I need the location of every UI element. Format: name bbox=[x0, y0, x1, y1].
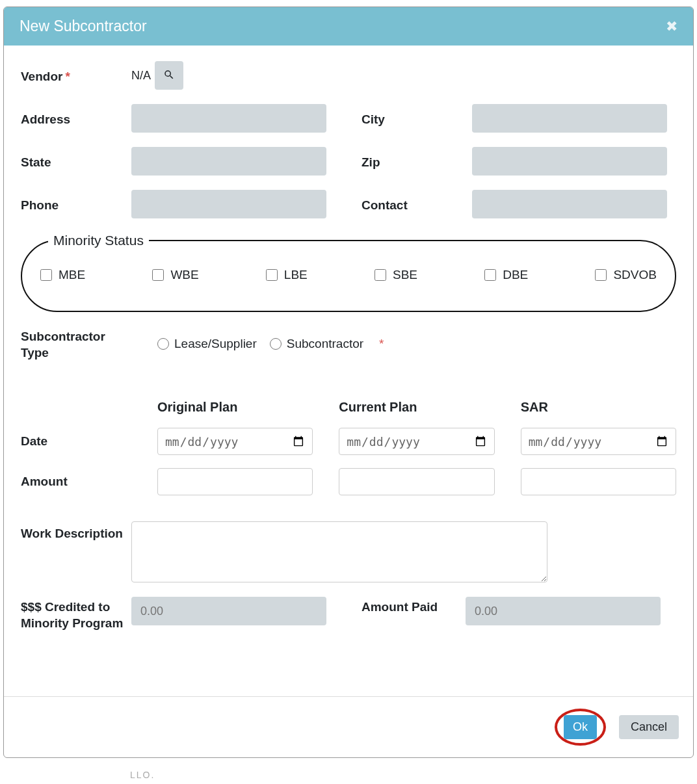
sdvob-checkbox-label[interactable]: SDVOB bbox=[595, 268, 657, 282]
ok-button-highlight: Ok bbox=[555, 709, 606, 746]
modal-body: Vendor* N/A Address City bbox=[4, 46, 693, 696]
vendor-label: Vendor* bbox=[21, 67, 131, 84]
address-input bbox=[131, 104, 326, 133]
modal-header: New Subcontractor ✖ bbox=[4, 7, 693, 46]
new-subcontractor-modal: New Subcontractor ✖ Vendor* N/A bbox=[3, 7, 694, 758]
cancel-button[interactable]: Cancel bbox=[619, 715, 679, 739]
amount-paid-input bbox=[466, 597, 661, 625]
plan-grid: Original Plan Current Plan SAR Date Amou… bbox=[21, 400, 676, 495]
close-icon[interactable]: ✖ bbox=[666, 18, 677, 35]
city-input bbox=[472, 104, 667, 133]
state-input bbox=[131, 147, 326, 176]
background-clip-text: LLO. bbox=[130, 770, 155, 780]
credited-minority-input bbox=[131, 597, 326, 625]
work-description-label: Work Description bbox=[21, 521, 131, 582]
required-marker: * bbox=[379, 337, 384, 351]
address-label: Address bbox=[21, 110, 131, 127]
amount-label: Amount bbox=[21, 468, 131, 495]
zip-label: Zip bbox=[362, 153, 472, 170]
sar-header: SAR bbox=[521, 400, 676, 415]
work-description-textarea[interactable] bbox=[131, 521, 547, 582]
sbe-checkbox-label[interactable]: SBE bbox=[375, 268, 417, 282]
sbe-checkbox[interactable] bbox=[375, 269, 386, 281]
lbe-checkbox[interactable] bbox=[266, 269, 278, 281]
minority-status-fieldset: Minority Status MBE WBE LBE SBE DBE SDVO… bbox=[21, 233, 676, 312]
state-label: State bbox=[21, 153, 131, 170]
wbe-checkbox[interactable] bbox=[152, 269, 164, 281]
sar-date-input[interactable] bbox=[521, 428, 676, 455]
mbe-checkbox-label[interactable]: MBE bbox=[40, 268, 85, 282]
original-plan-date-input[interactable] bbox=[157, 428, 313, 455]
sdvob-checkbox[interactable] bbox=[595, 269, 607, 281]
date-label: Date bbox=[21, 428, 131, 455]
vendor-search-button[interactable] bbox=[155, 61, 183, 90]
original-plan-amount-input[interactable] bbox=[157, 468, 313, 495]
current-plan-amount-input[interactable] bbox=[339, 468, 494, 495]
city-label: City bbox=[362, 110, 472, 127]
lease-supplier-radio[interactable] bbox=[157, 338, 169, 350]
sar-amount-input[interactable] bbox=[521, 468, 676, 495]
contact-input bbox=[472, 190, 667, 218]
subcontractor-type-label: Subcontractor Type bbox=[21, 326, 131, 361]
current-plan-header: Current Plan bbox=[339, 400, 494, 415]
subcontractor-radio[interactable] bbox=[270, 338, 282, 350]
vendor-value: N/A bbox=[131, 69, 151, 83]
minority-status-legend: Minority Status bbox=[48, 233, 149, 248]
amount-paid-label: Amount Paid bbox=[362, 597, 466, 616]
original-plan-header: Original Plan bbox=[157, 400, 313, 415]
credited-minority-label: $$$ Credited to Minority Program bbox=[21, 597, 131, 631]
ok-button[interactable]: Ok bbox=[564, 715, 597, 739]
lbe-checkbox-label[interactable]: LBE bbox=[266, 268, 308, 282]
contact-label: Contact bbox=[362, 196, 472, 213]
zip-input bbox=[472, 147, 667, 176]
modal-footer: Ok Cancel bbox=[4, 696, 693, 757]
current-plan-date-input[interactable] bbox=[339, 428, 494, 455]
mbe-checkbox[interactable] bbox=[40, 269, 52, 281]
phone-label: Phone bbox=[21, 196, 131, 213]
wbe-checkbox-label[interactable]: WBE bbox=[152, 268, 198, 282]
modal-title: New Subcontractor bbox=[20, 18, 147, 35]
subcontractor-radio-label[interactable]: Subcontractor bbox=[270, 337, 363, 351]
search-icon bbox=[163, 69, 175, 83]
lease-supplier-radio-label[interactable]: Lease/Supplier bbox=[157, 337, 257, 351]
dbe-checkbox[interactable] bbox=[484, 269, 496, 281]
phone-input bbox=[131, 190, 326, 218]
dbe-checkbox-label[interactable]: DBE bbox=[484, 268, 528, 282]
